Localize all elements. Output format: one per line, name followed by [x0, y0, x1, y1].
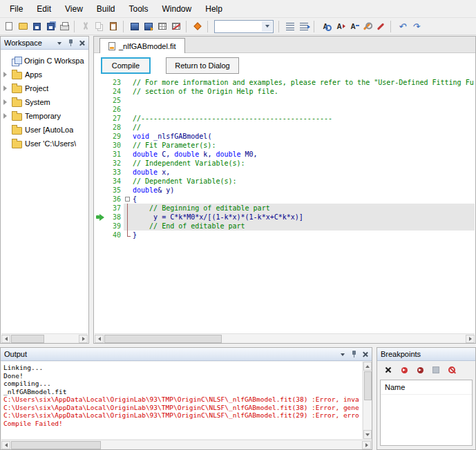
scroll-right-button[interactable] [362, 441, 371, 449]
expand-arrow-icon[interactable] [3, 72, 9, 77]
rebuild-all-icon[interactable] [169, 19, 183, 33]
sidebar-item-apps[interactable]: Apps [1, 68, 88, 81]
sidebar-item-temporary[interactable]: Temporary [1, 109, 88, 123]
fold-margin[interactable] [124, 78, 133, 87]
sidebar-item-user-c-users[interactable]: User 'C:\Users\ [1, 137, 88, 150]
close-icon[interactable] [362, 351, 368, 358]
expand-arrow-icon[interactable] [3, 86, 9, 91]
compile-button[interactable]: Compile [101, 57, 151, 74]
scope-combo[interactable] [214, 20, 274, 33]
h-scrollbar[interactable] [1, 440, 371, 449]
menu-item-window[interactable]: Window [155, 1, 199, 17]
h-scrollbar[interactable] [1, 333, 88, 343]
output-line[interactable]: Compile Failed! [3, 420, 360, 428]
redo-icon[interactable] [409, 19, 423, 33]
code-text[interactable]: // Dependent Variable(s): [133, 177, 475, 186]
code-text[interactable]: // Independent Variable(s): [133, 159, 475, 168]
fold-margin[interactable] [124, 222, 133, 231]
fold-margin[interactable] [124, 177, 133, 186]
workspace-header[interactable]: Workspace [1, 37, 88, 50]
code-text[interactable]: // Fit Parameter(s): [133, 141, 475, 150]
fold-margin[interactable] [124, 159, 133, 168]
scrollbar-thumb[interactable] [11, 335, 44, 343]
fold-margin[interactable] [124, 186, 133, 195]
fold-margin[interactable] [124, 114, 133, 123]
code-area[interactable]: 23// For more information and examples, … [95, 78, 475, 333]
chevron-down-icon[interactable] [262, 21, 272, 32]
code-text[interactable]: } [133, 231, 475, 239]
delete-breakpoint-icon[interactable] [381, 364, 395, 376]
scroll-right-button[interactable] [79, 335, 88, 343]
breakpoints-header[interactable]: Breakpoints [377, 348, 475, 361]
breakpoint-gutter[interactable] [95, 177, 106, 186]
fold-margin[interactable] [124, 150, 133, 159]
compile-icon[interactable] [128, 19, 142, 33]
breakpoint-gutter[interactable] [95, 159, 106, 168]
scroll-left-button[interactable] [95, 335, 104, 343]
build-icon[interactable] [155, 19, 169, 33]
code-text[interactable] [133, 105, 475, 114]
breakpoint-gutter[interactable] [95, 132, 106, 141]
breakpoint-gutter[interactable] [95, 213, 106, 222]
find-icon[interactable] [318, 19, 332, 33]
breakpoint-gutter[interactable] [95, 78, 106, 87]
breakpoint-gutter[interactable] [95, 222, 106, 231]
code-text[interactable]: double& y) [133, 186, 475, 195]
sidebar-item-system[interactable]: System [1, 95, 88, 109]
code-text[interactable]: { [133, 195, 475, 204]
expand-arrow-icon[interactable] [3, 113, 9, 119]
tab-nlfgabmodel-fit[interactable]: _nlfGABmodel.fit [99, 38, 185, 53]
breakpoint-gutter[interactable] [95, 195, 106, 204]
v-scrollbar[interactable] [363, 362, 372, 439]
fold-margin[interactable] [124, 213, 133, 222]
new-file-icon[interactable] [2, 19, 16, 33]
output-line[interactable]: C:\Users\six\AppData\Local\OriginLab\93\… [3, 395, 360, 404]
sidebar-item-project[interactable]: Project [1, 81, 88, 95]
code-text[interactable]: // section of the Origin Help file. [133, 87, 475, 96]
fold-margin[interactable] [124, 204, 133, 213]
menu-item-tools[interactable]: Tools [122, 1, 155, 17]
code-text[interactable]: y = C*k*M0*x/[(1-k*x)*(1-k*x+C*k*x)] [133, 213, 475, 222]
code-text[interactable]: double C, double k, double M0, [133, 150, 475, 159]
menu-item-file[interactable]: File [3, 1, 30, 17]
undo-icon[interactable] [395, 19, 409, 33]
goto-source-icon[interactable] [397, 364, 411, 376]
save-all-icon[interactable] [44, 19, 57, 33]
fold-collapse-icon[interactable] [125, 197, 130, 202]
code-text[interactable]: void _nlsfGABmodel( [133, 132, 475, 141]
menu-item-edit[interactable]: Edit [30, 1, 58, 17]
sidebar-item-origin-c-workspa[interactable]: Origin C Workspa [1, 54, 88, 68]
breakpoint-gutter[interactable] [95, 123, 106, 132]
save-breakpoints-icon[interactable] [429, 364, 443, 376]
fold-margin[interactable] [124, 105, 133, 114]
save-icon[interactable] [30, 19, 44, 33]
breakpoint-gutter[interactable] [95, 186, 106, 195]
menu-item-view[interactable]: View [58, 1, 90, 17]
fold-margin[interactable] [124, 195, 133, 204]
debug-tool-icon[interactable] [374, 19, 388, 33]
scrollbar-thumb[interactable] [11, 441, 101, 449]
output-line[interactable]: C:\Users\six\AppData\Local\OriginLab\93\… [3, 411, 360, 420]
code-text[interactable]: // Beginning of editable part [133, 204, 475, 213]
breakpoint-gutter[interactable] [95, 168, 106, 177]
h-scrollbar[interactable] [95, 333, 475, 343]
expand-arrow-icon[interactable] [3, 99, 9, 105]
code-text[interactable]: // End of editable part [133, 222, 475, 231]
fold-margin[interactable] [124, 132, 133, 141]
code-text[interactable]: // For more information and examples, pl… [133, 78, 475, 87]
scroll-down-button[interactable] [363, 430, 372, 439]
breakpoint-gutter[interactable] [95, 114, 106, 123]
scroll-right-button[interactable] [466, 335, 475, 343]
code-text[interactable]: double x, [133, 168, 475, 177]
fold-margin[interactable] [124, 168, 133, 177]
bookmark-icon[interactable] [191, 19, 204, 33]
list-lines-icon[interactable] [283, 19, 297, 33]
code-text[interactable]: //--------------------------------------… [133, 114, 475, 123]
scroll-up-button[interactable] [363, 362, 372, 371]
compile-all-icon[interactable] [142, 19, 155, 33]
pin-icon[interactable] [68, 39, 74, 47]
menu-item-help[interactable]: Help [198, 1, 229, 17]
breakpoint-gutter[interactable] [95, 141, 106, 150]
open-file-icon[interactable] [16, 19, 30, 33]
code-text[interactable] [133, 96, 475, 105]
